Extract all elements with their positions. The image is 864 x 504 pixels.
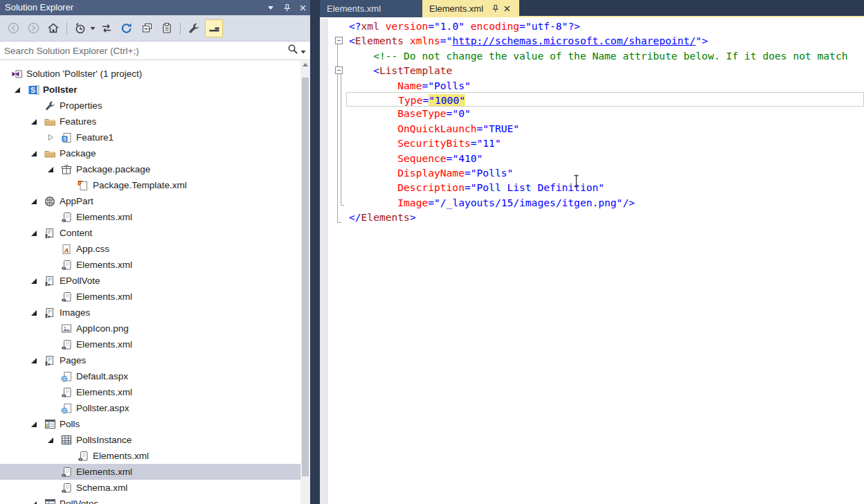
tree-item-pollster[interactable]: SPollster	[0, 82, 300, 98]
chevron-down-icon[interactable]	[266, 3, 276, 12]
expand-arrow-icon[interactable]	[42, 134, 60, 141]
search-icon[interactable]	[287, 44, 298, 57]
scrollbar-thumb[interactable]	[302, 78, 309, 476]
collapse-all-button[interactable]	[138, 19, 156, 37]
tree-item-label: AppIcon.png	[73, 323, 129, 334]
code-line[interactable]: Image="/_layouts/15/images/itgen.png"/>	[346, 195, 864, 210]
solution-explorer-titlebar[interactable]: Solution Explorer	[0, 0, 310, 15]
tree-item-app-css[interactable]: AApp.css	[0, 241, 300, 257]
listdef-icon	[43, 419, 57, 429]
code-line[interactable]: BaseType="0"	[346, 106, 864, 120]
forward-button[interactable]	[24, 19, 42, 37]
code-token: encoding	[471, 20, 519, 32]
tree-scrollbar[interactable]	[300, 61, 310, 504]
preview-selected-button[interactable]	[205, 19, 223, 37]
tree-item-features[interactable]: Features	[0, 114, 300, 129]
expand-arrow-icon[interactable]	[25, 118, 43, 125]
tree-item-pages[interactable]: Pages	[0, 352, 300, 368]
tree-item-pollster-aspx[interactable]: Pollster.aspx	[0, 400, 300, 416]
properties-button[interactable]	[185, 19, 203, 37]
panel-editor-divider[interactable]	[310, 0, 320, 504]
history-button[interactable]	[71, 19, 89, 37]
tree-item-package-template-xml[interactable]: Package.Template.xml	[0, 177, 300, 193]
expand-arrow-icon[interactable]	[42, 437, 60, 444]
expand-arrow-icon[interactable]	[25, 230, 43, 237]
tree-item-elements-xml[interactable]: Elements.xml	[0, 257, 300, 273]
dropdown-caret-icon[interactable]	[90, 26, 96, 30]
code-line[interactable]: Name="Polls"	[346, 78, 864, 93]
elements-icon	[60, 212, 73, 223]
tree-item-images[interactable]: Images	[0, 305, 300, 321]
tree-item-apppart[interactable]: AppPart	[0, 193, 300, 209]
expand-arrow-icon[interactable]	[25, 309, 43, 316]
tab-elements-xml[interactable]: Elements.xml	[320, 0, 422, 17]
refresh-button[interactable]	[118, 19, 136, 37]
home-button[interactable]	[44, 19, 62, 37]
code-surface[interactable]: −− <?xml version="1.0" encoding="utf-8"?…	[320, 19, 864, 504]
tree-item-feature1[interactable]: SFeature1	[0, 129, 300, 145]
code-line[interactable]: OnQuickLaunch="TRUE"	[346, 121, 864, 136]
tree-item-elements-xml[interactable]: Elements.xml	[0, 448, 300, 464]
expand-arrow-icon[interactable]	[25, 278, 43, 285]
scrollbar-up-icon[interactable]	[300, 62, 310, 71]
tab-elements-xml-active[interactable]: Elements.xml	[422, 0, 519, 17]
toolbar-separator	[180, 22, 181, 35]
xmlns-link[interactable]: http://schemas.microsoft.com/sharepoint/	[452, 35, 695, 46]
solution-explorer-panel: Solution Explorer Solution 'Pollster' (1…	[0, 0, 310, 504]
tree-item-content[interactable]: Content	[0, 225, 300, 241]
code-token: xml	[361, 20, 379, 32]
tree-item-elements-xml[interactable]: Elements.xml	[0, 384, 300, 400]
pin-icon[interactable]	[282, 3, 291, 12]
expand-arrow-icon[interactable]	[25, 150, 43, 157]
code-line[interactable]: SecurityBits="11"	[346, 136, 864, 150]
tree-item-pollsinstance[interactable]: PollsInstance	[0, 432, 300, 448]
module-icon	[43, 228, 57, 239]
code-line[interactable]: Type="1000"	[346, 92, 864, 107]
code-line[interactable]: <?xml version="1.0" encoding="utf-8"?>	[346, 19, 864, 33]
folder-icon	[43, 117, 57, 127]
tree-item-package[interactable]: Package	[0, 145, 300, 161]
tree-item-default-aspx[interactable]: Default.aspx	[0, 368, 300, 384]
tree-item-solution-pollster-1-project-[interactable]: Solution 'Pollster' (1 project)	[0, 66, 300, 82]
tree-item-elements-xml[interactable]: Elements.xml	[0, 289, 300, 305]
sync-button[interactable]	[98, 19, 116, 37]
tree-item-elements-xml[interactable]: Elements.xml	[0, 209, 300, 225]
tree-item-epollvote[interactable]: EPollVote	[0, 273, 300, 289]
tree-item-label: PollVotes	[57, 498, 98, 504]
tree-item-package-package[interactable]: Package.package	[0, 161, 300, 177]
expand-arrow-icon[interactable]	[25, 421, 43, 428]
tree-item-label: PollsInstance	[73, 435, 132, 445]
tree-item-elements-xml[interactable]: Elements.xml	[0, 336, 300, 352]
code-token: =	[428, 197, 434, 208]
search-dropdown-icon[interactable]	[300, 44, 306, 57]
tree-item-polls[interactable]: Polls	[0, 416, 300, 432]
search-input[interactable]	[0, 46, 287, 56]
code-token: BaseType	[397, 107, 446, 119]
back-button[interactable]	[4, 19, 22, 37]
code-line[interactable]: Description="Poll List Definition"	[346, 180, 864, 195]
expand-arrow-icon[interactable]	[8, 87, 26, 93]
show-all-files-button[interactable]	[158, 19, 176, 37]
code-line[interactable]: <ListTemplate	[346, 63, 864, 78]
expand-arrow-icon[interactable]	[25, 501, 43, 504]
tab-pin-icon[interactable]	[490, 3, 501, 14]
code-line[interactable]: <!-- Do not change the value of the Name…	[346, 48, 864, 63]
tree-item-pollvotes[interactable]: PollVotes	[0, 496, 300, 504]
code-line[interactable]: Sequence="410"	[346, 151, 864, 165]
fold-collapse-toggle[interactable]: −	[335, 66, 343, 74]
close-icon[interactable]	[298, 3, 307, 12]
expand-arrow-icon[interactable]	[42, 166, 60, 173]
feature-icon: S	[60, 132, 73, 143]
tree-item-appicon-png[interactable]: AppIcon.png	[0, 321, 300, 336]
code-line[interactable]: <Elements xmlns="http://schemas.microsof…	[346, 33, 864, 48]
tab-close-icon[interactable]	[502, 3, 512, 14]
tree-item-properties[interactable]: Properties	[0, 98, 300, 114]
expand-arrow-icon[interactable]	[25, 357, 43, 364]
fold-collapse-toggle[interactable]: −	[335, 37, 343, 44]
tab-label: Elements.xml	[327, 3, 381, 14]
expand-arrow-icon[interactable]	[25, 198, 43, 205]
tree-item-elements-xml[interactable]: Elements.xml	[0, 464, 300, 480]
tree-item-schema-xml[interactable]: Schema.xml	[0, 480, 300, 496]
code-line[interactable]: </Elements>	[346, 210, 864, 224]
code-line[interactable]: DisplayName="Polls"	[346, 165, 864, 180]
